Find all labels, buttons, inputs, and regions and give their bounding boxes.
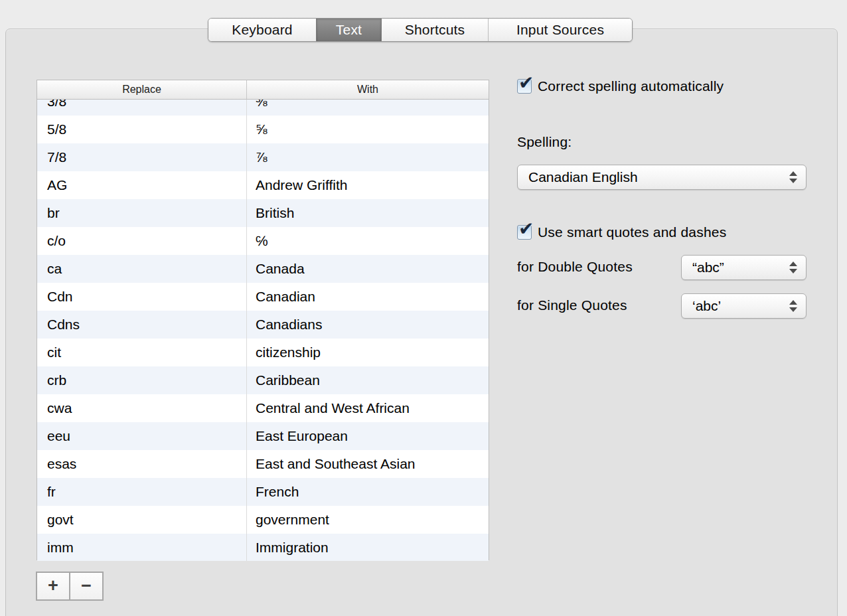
text-replacements-table: Replace With 3/8 ⅜ 5/8⅝7/8⅞AGAndrew Grif… — [37, 80, 489, 560]
replace-cell[interactable]: c/o — [37, 227, 247, 255]
replace-cell[interactable]: ca — [37, 255, 247, 283]
column-header-replace: Replace — [37, 80, 247, 99]
replace-cell[interactable]: Cdn — [37, 283, 247, 311]
add-replacement-button[interactable]: + — [37, 573, 69, 599]
table-row[interactable]: frFrench — [37, 478, 489, 506]
tab-bar: KeyboardTextShortcutsInput Sources — [208, 18, 633, 42]
popup-arrows-icon — [789, 300, 797, 312]
with-cell[interactable]: citizenship — [247, 339, 489, 366]
column-header-with: With — [247, 80, 489, 99]
with-cell[interactable]: government — [247, 506, 489, 534]
spelling-section-label: Spelling: — [517, 134, 572, 150]
replace-cell[interactable]: govt — [37, 506, 247, 534]
double-quotes-label: for Double Quotes — [517, 259, 633, 275]
replace-cell[interactable]: Cdns — [37, 311, 247, 339]
tab-text[interactable]: Text — [316, 19, 381, 41]
table-row[interactable]: caCanada — [37, 255, 489, 283]
table-row[interactable]: brBritish — [37, 199, 489, 227]
tab-keyboard[interactable]: Keyboard — [208, 19, 316, 41]
table-row[interactable]: CdnsCanadians — [37, 311, 489, 339]
table-row[interactable]: esasEast and Southeast Asian — [37, 450, 489, 478]
replace-cell[interactable]: 5/8 — [37, 116, 247, 143]
checkmark-icon: ✔ — [518, 72, 534, 94]
with-cell[interactable]: East European — [247, 422, 489, 450]
smart-quotes-row: ✔ Use smart quotes and dashes — [517, 225, 726, 240]
replace-cell[interactable]: esas — [37, 450, 247, 478]
table-row[interactable]: AGAndrew Griffith — [37, 171, 489, 199]
replace-cell[interactable]: br — [37, 199, 247, 227]
with-cell[interactable]: British — [247, 199, 489, 227]
double-quotes-popup-value: “abc” — [692, 260, 724, 275]
correct-spelling-label: Correct spelling automatically — [538, 79, 724, 94]
remove-replacement-button[interactable]: − — [69, 573, 102, 599]
table-row[interactable]: 7/8⅞ — [37, 143, 489, 171]
table-row[interactable]: crbCaribbean — [37, 366, 489, 394]
popup-arrows-icon — [789, 262, 797, 273]
smart-quotes-label: Use smart quotes and dashes — [538, 225, 726, 240]
with-cell[interactable]: Canadians — [247, 311, 489, 339]
row-edit-buttons: + − — [36, 572, 104, 601]
with-cell[interactable]: ⅜ — [247, 100, 489, 116]
double-quotes-popup[interactable]: “abc” — [681, 255, 807, 280]
replace-cell[interactable]: cwa — [37, 394, 247, 422]
checkmark-icon: ✔ — [518, 218, 534, 240]
table-row[interactable]: cwaCentral and West African — [37, 394, 489, 422]
with-cell[interactable]: ℅ — [247, 227, 489, 255]
replace-cell[interactable]: fr — [37, 478, 247, 506]
with-cell[interactable]: Caribbean — [247, 366, 489, 394]
with-cell[interactable]: Immigration — [247, 534, 489, 561]
with-cell[interactable]: East and Southeast Asian — [247, 450, 489, 478]
table-row[interactable]: govtgovernment — [37, 506, 489, 534]
with-cell[interactable]: Central and West African — [247, 394, 489, 422]
smart-quotes-checkbox[interactable]: ✔ — [517, 225, 532, 240]
replace-cell[interactable]: cit — [37, 339, 247, 366]
spelling-popup[interactable]: Canadian English — [517, 165, 807, 190]
with-cell[interactable]: ⅞ — [247, 143, 489, 171]
replace-cell[interactable]: imm — [37, 534, 247, 561]
single-quotes-popup-value: ‘abc’ — [692, 298, 721, 313]
table-row[interactable]: immImmigration — [37, 534, 489, 561]
table-header: Replace With — [37, 80, 489, 100]
correct-spelling-row: ✔ Correct spelling automatically — [517, 79, 724, 94]
replace-cell[interactable]: crb — [37, 366, 247, 394]
with-cell[interactable]: Canada — [247, 255, 489, 283]
table-row[interactable]: 5/8⅝ — [37, 116, 489, 143]
replace-cell[interactable]: 7/8 — [37, 143, 247, 171]
replace-cell[interactable]: AG — [37, 171, 247, 199]
with-cell[interactable]: ⅝ — [247, 116, 489, 143]
with-cell[interactable]: Canadian — [247, 283, 489, 311]
table-body: 3/8 ⅜ 5/8⅝7/8⅞AGAndrew GriffithbrBritish… — [37, 100, 489, 561]
spelling-popup-value: Canadian English — [528, 169, 638, 185]
table-row[interactable]: citcitizenship — [37, 339, 489, 366]
single-quotes-label: for Single Quotes — [517, 297, 627, 313]
with-cell[interactable]: French — [247, 478, 489, 506]
table-row[interactable]: c/o℅ — [37, 227, 489, 255]
table-row-partial[interactable]: 3/8 ⅜ — [37, 100, 489, 116]
table-row[interactable]: eeuEast European — [37, 422, 489, 450]
with-cell[interactable]: Andrew Griffith — [247, 171, 489, 199]
single-quotes-popup[interactable]: ‘abc’ — [681, 293, 807, 319]
replace-cell[interactable]: 3/8 — [37, 100, 247, 116]
tab-input-sources[interactable]: Input Sources — [488, 19, 632, 41]
tab-shortcuts[interactable]: Shortcuts — [381, 19, 488, 41]
correct-spelling-checkbox[interactable]: ✔ — [517, 79, 532, 94]
replace-cell[interactable]: eeu — [37, 422, 247, 450]
table-row[interactable]: CdnCanadian — [37, 283, 489, 311]
popup-arrows-icon — [789, 171, 797, 183]
